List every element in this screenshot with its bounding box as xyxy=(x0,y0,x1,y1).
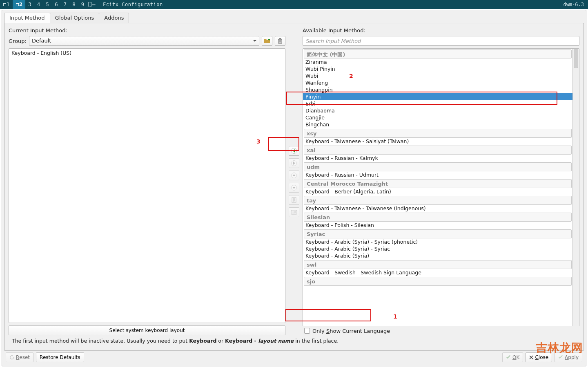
list-item[interactable]: Wubi xyxy=(303,72,572,79)
menubar-tag[interactable]: 9 xyxy=(78,0,87,9)
annotation-label-2: 2 xyxy=(349,73,353,79)
svg-rect-5 xyxy=(292,197,296,202)
group-header: sjo xyxy=(304,277,572,286)
list-item[interactable]: Cangjie xyxy=(303,114,572,121)
group-combo[interactable]: Default xyxy=(29,36,259,46)
list-item[interactable]: Keyboard - Swedish - Swedish Sign Langua… xyxy=(303,269,572,276)
list-item[interactable]: Wanfeng xyxy=(303,79,572,86)
tag-marker-icon xyxy=(3,3,6,6)
list-item[interactable]: Keyboard - Taiwanese - Saisiyat (Taiwan) xyxy=(303,138,572,145)
move-down-button[interactable] xyxy=(289,183,299,193)
tag-marker-icon xyxy=(16,3,19,6)
footer: Reset Restore Defaults OK Close Apply xyxy=(4,351,584,364)
current-im-list[interactable]: Keyboard - English (US) xyxy=(9,48,285,323)
list-item[interactable]: Erbi xyxy=(303,100,572,107)
only-show-label: Only Show Current Language xyxy=(312,328,390,334)
annotation-label-3: 3 xyxy=(256,138,261,145)
scrollbar-thumb[interactable] xyxy=(574,49,578,68)
arrow-down-icon xyxy=(291,184,297,191)
list-item[interactable]: Bingchan xyxy=(303,121,572,128)
transfer-column xyxy=(289,27,299,335)
available-im-column: Available Input Method: 简体中文 (中国)Ziranma… xyxy=(303,27,579,335)
only-show-row[interactable]: Only Show Current Language xyxy=(303,326,579,335)
group-label: Group: xyxy=(9,38,27,44)
remove-group-button[interactable] xyxy=(275,36,285,46)
group-header: udm xyxy=(304,162,572,171)
add-group-button[interactable] xyxy=(262,36,272,46)
close-icon xyxy=(529,355,533,359)
menubar-tag[interactable]: 1 xyxy=(0,0,13,9)
tab-input-method[interactable]: Input Method xyxy=(4,13,50,23)
configure-im-button[interactable] xyxy=(289,195,299,205)
tab-global-options[interactable]: Global Options xyxy=(50,13,100,23)
search-input[interactable] xyxy=(303,36,579,46)
restore-defaults-button[interactable]: Restore Defaults xyxy=(36,352,84,362)
menubar: 1 2 3 4 5 6 7 8 9 []= Fcitx Configuratio… xyxy=(0,0,588,9)
list-item[interactable]: Dianbaoma xyxy=(303,107,572,114)
group-header: Central Morocco Tamazight xyxy=(304,179,572,188)
list-item[interactable]: Keyboard - English (US) xyxy=(9,49,285,56)
menubar-tag[interactable]: 4 xyxy=(34,0,43,9)
ok-icon xyxy=(506,355,511,360)
apply-icon xyxy=(558,355,563,360)
menubar-tag[interactable]: 5 xyxy=(43,0,52,9)
available-im-title: Available Input Method: xyxy=(303,27,579,34)
tab-addons[interactable]: Addons xyxy=(99,13,129,23)
available-im-list[interactable]: 简体中文 (中国)ZiranmaWubi PinyinWubiWanfengSh… xyxy=(303,48,579,326)
current-im-title: Current Input Method: xyxy=(9,27,285,34)
menubar-tag-active[interactable]: 2 xyxy=(13,0,25,9)
list-item[interactable]: Keyboard - Taiwanese - Taiwanese (indige… xyxy=(303,205,572,212)
document-icon xyxy=(291,197,297,203)
close-button[interactable]: Close xyxy=(526,352,552,362)
reset-icon xyxy=(9,355,14,360)
scrollbar[interactable] xyxy=(572,49,579,326)
reset-label: eset xyxy=(19,355,30,360)
reset-button[interactable]: Reset xyxy=(6,352,33,362)
hint-text: The first input method will be inactive … xyxy=(9,335,579,346)
svg-rect-0 xyxy=(278,39,282,43)
window: Input Method Global Options Addons Curre… xyxy=(2,10,586,366)
group-header: swl xyxy=(304,260,572,269)
menubar-tag[interactable]: 6 xyxy=(52,0,61,9)
ok-button[interactable]: OK xyxy=(502,352,523,362)
list-item[interactable]: Shuangpin xyxy=(303,86,572,93)
list-item[interactable]: Ziranma xyxy=(303,58,572,65)
group-header: xsy xyxy=(304,129,572,138)
menubar-tag[interactable]: 8 xyxy=(69,0,78,9)
group-header: Syriac xyxy=(304,229,572,238)
list-item[interactable]: Keyboard - Arabic (Syria) xyxy=(303,252,572,259)
list-item[interactable]: Keyboard - Russian - Kalmyk xyxy=(303,155,572,162)
arrow-left-icon xyxy=(291,148,297,154)
list-item[interactable]: Keyboard - Arabic (Syria) - Syriac (phon… xyxy=(303,238,572,245)
menubar-right: dwm-6.3 xyxy=(559,2,588,7)
menubar-tag[interactable]: 7 xyxy=(61,0,70,9)
annotation-label-1: 1 xyxy=(393,313,397,320)
list-item[interactable]: Keyboard - Berber (Algeria, Latin) xyxy=(303,188,572,195)
arrow-right-icon xyxy=(291,160,297,166)
trash-icon xyxy=(277,38,283,44)
select-system-layout-button[interactable]: Select system keyboard layout xyxy=(9,325,285,335)
apply-button[interactable]: Apply xyxy=(555,352,582,362)
window-title: Fcitx Configuration xyxy=(99,2,163,7)
group-header: 简体中文 (中国) xyxy=(304,49,572,58)
menubar-tag[interactable]: 3 xyxy=(25,0,34,9)
current-im-column: Current Input Method: Group: Default Key… xyxy=(9,27,285,335)
group-header: tay xyxy=(304,196,572,205)
group-header: xal xyxy=(304,146,572,155)
tab-panel: Current Input Method: Group: Default Key… xyxy=(4,23,584,351)
tab-bar: Input Method Global Options Addons xyxy=(4,13,584,23)
list-item[interactable]: Keyboard - Polish - Silesian xyxy=(303,222,572,229)
keyboard-icon xyxy=(291,210,297,215)
list-item[interactable]: Wubi Pinyin xyxy=(303,65,572,72)
add-im-button[interactable] xyxy=(289,146,299,156)
only-show-checkbox[interactable] xyxy=(304,328,310,334)
menubar-layout-indicator: []= xyxy=(87,0,98,9)
remove-im-button[interactable] xyxy=(289,158,299,168)
arrow-up-icon xyxy=(291,172,297,179)
list-item[interactable]: Keyboard - Russian - Udmurt xyxy=(303,171,572,178)
list-item[interactable]: Pinyin xyxy=(303,93,572,100)
move-up-button[interactable] xyxy=(289,171,299,180)
group-header: Silesian xyxy=(304,213,572,222)
list-item[interactable]: Keyboard - Arabic (Syria) - Syriac xyxy=(303,245,572,252)
keyboard-layout-button[interactable] xyxy=(289,207,299,217)
